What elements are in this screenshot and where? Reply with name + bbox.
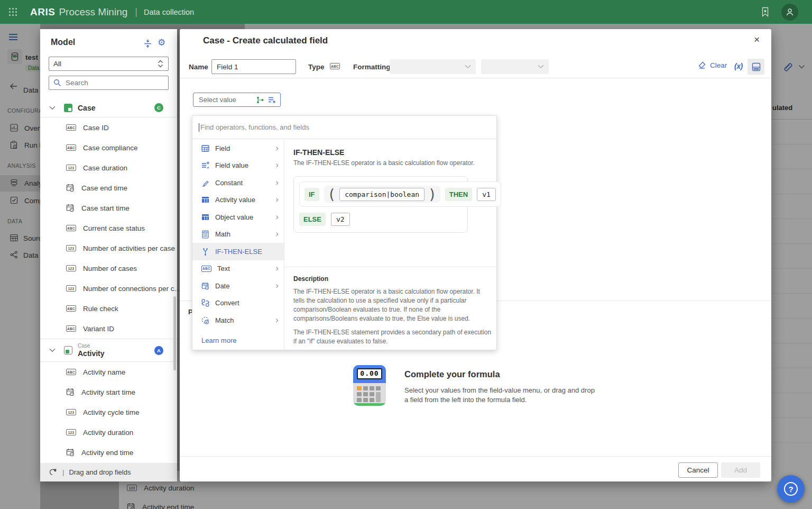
chevron-down-icon[interactable] [49, 348, 56, 352]
operator-picker-panel: Find operators, functions, and fields Fi… [192, 115, 497, 350]
object-value-icon [201, 213, 209, 221]
number-field-icon: 123 [66, 265, 76, 271]
operator-detail-subtitle: The IF-THEN-ELSE operator is a basic cal… [293, 159, 487, 167]
operator-convert[interactable]: Convert [192, 295, 284, 312]
text-field-icon: ABC [66, 305, 76, 312]
value1-placeholder: v1 [477, 188, 496, 201]
name-input[interactable] [211, 59, 296, 74]
hierarchy-icon[interactable] [256, 96, 264, 104]
group-row-activity[interactable]: Case Activity A [40, 339, 177, 362]
topbar-section: Data collection [144, 8, 194, 16]
chevron-down-icon [465, 65, 471, 69]
operator-field-value[interactable]: Field value› [192, 157, 284, 175]
number-field-icon: 123 [66, 429, 76, 435]
operator-field[interactable]: Field› [192, 140, 284, 157]
operator-activity-value[interactable]: Activity value› [192, 192, 284, 209]
select-value-combo[interactable]: Select value [193, 93, 281, 107]
formatting-label: Formatting [353, 63, 391, 71]
operator-constant[interactable]: Constant› [192, 174, 284, 192]
collapse-panel-icon[interactable] [143, 39, 152, 48]
operator-search-row[interactable]: Find operators, functions, and fields [192, 116, 496, 139]
field-item[interactable]: 123Number of activities per case [40, 238, 177, 258]
then-keyword-chip: THEN [445, 188, 472, 201]
operator-detail: IF-THEN-ELSE The IF-THEN-ELSE operator i… [284, 140, 496, 350]
field-item[interactable]: 123Number of connections per c... [40, 278, 177, 298]
if-keyword-chip: IF [304, 188, 319, 201]
text-field-icon: ABC [66, 144, 76, 151]
case-badge: C [154, 103, 163, 112]
text-caret [199, 123, 199, 132]
group-row-case[interactable]: Case C [40, 98, 177, 117]
number-field-icon: 123 [66, 285, 76, 292]
calculator-icon [752, 62, 761, 71]
field-item[interactable]: 123Case duration [40, 158, 177, 178]
help-button[interactable]: ? [777, 475, 805, 503]
clear-button[interactable]: Clear [698, 61, 727, 69]
calculator-display: 0.00 [357, 368, 382, 379]
model-field-list: Case C ABCCase ID ABCCase compliance 123… [40, 98, 177, 462]
operator-search-placeholder: Find operators, functions, and fields [200, 123, 309, 131]
condition-placeholder: comparison|boolean [339, 188, 425, 201]
app-grid-icon[interactable] [8, 7, 17, 16]
text-field-icon: ABC [66, 225, 76, 231]
formula-mode-button[interactable]: (x) [734, 62, 743, 70]
chevron-down-icon[interactable] [49, 106, 56, 110]
dialog-footer: Cancel Add [180, 456, 771, 481]
operator-date[interactable]: Date› [192, 277, 284, 295]
learn-more-link[interactable]: Learn more [201, 337, 236, 344]
field-item[interactable]: ABCCase compliance [40, 138, 177, 158]
search-icon [53, 79, 61, 87]
type-text-icon: ABC [330, 63, 340, 69]
operator-math[interactable]: Math› [192, 226, 284, 243]
search-input[interactable] [66, 79, 155, 87]
calculator-illustration: 0.00 [353, 365, 386, 406]
field-item[interactable]: 123Activity cycle time [40, 402, 177, 422]
activity-badge: A [154, 346, 163, 355]
field-item[interactable]: ABCActivity name [40, 362, 177, 382]
panel-scrollbar[interactable] [173, 296, 176, 370]
drag-drop-label: Drag and drop fields [69, 468, 131, 476]
field-item[interactable]: ABCRule check [40, 298, 177, 319]
field-item[interactable]: 123Number of cases [40, 258, 177, 278]
table-green-icon [64, 104, 72, 112]
model-search-box[interactable] [49, 76, 169, 90]
model-panel: Model ⚙ All Case C ABCCase ID ABCCase co… [40, 29, 177, 481]
bookmark-icon[interactable] [761, 7, 770, 17]
field-item[interactable]: 123Activity duration [40, 422, 177, 442]
operator-text[interactable]: ABC Text› [192, 260, 284, 278]
drag-cursor-icon [49, 468, 58, 477]
operator-object-value[interactable]: Object value› [192, 208, 284, 226]
field-item[interactable]: Case end time [40, 178, 177, 198]
drag-drop-footer: | Drag and drop fields [40, 463, 177, 481]
number-field-icon: 123 [66, 165, 76, 171]
date-field-icon [66, 448, 75, 457]
model-filter-select[interactable]: All [49, 57, 169, 71]
create-calculated-field-dialog: Case - Create calculated field × Name Ty… [180, 29, 771, 481]
user-avatar[interactable] [781, 4, 798, 21]
field-item[interactable]: ABCCurrent case status [40, 218, 177, 238]
calculator-view-button[interactable] [748, 59, 764, 75]
empty-state-text: Select your values from the field-value … [404, 386, 596, 404]
cancel-button[interactable]: Cancel [678, 462, 718, 478]
field-item[interactable]: Activity end time [40, 442, 177, 462]
table-outline-icon [64, 346, 72, 355]
date-field-icon [66, 184, 75, 192]
app-topbar: ARIS Process Mining | Data collection [0, 0, 812, 24]
convert-icon [201, 299, 209, 307]
gear-icon[interactable]: ⚙ [158, 37, 165, 48]
question-mark-icon: ? [784, 482, 798, 496]
close-icon[interactable]: × [754, 34, 760, 44]
field-item[interactable]: Activity start time [40, 382, 177, 402]
activity-value-icon [201, 196, 209, 204]
field-item[interactable]: ABCVariant ID [40, 319, 177, 339]
date-field-icon [66, 204, 75, 212]
operator-match[interactable]: Match› [192, 312, 284, 329]
add-button[interactable]: Add [721, 462, 760, 478]
branch-icon [201, 248, 209, 256]
list-add-icon[interactable] [268, 96, 276, 104]
field-item[interactable]: ABCCase ID [40, 117, 177, 138]
date-type-icon [201, 282, 209, 290]
operator-if-then-else[interactable]: IF-THEN-ELSE [192, 243, 284, 260]
select-value-placeholder: Select value [199, 96, 252, 104]
field-item[interactable]: Case start time [40, 198, 177, 218]
